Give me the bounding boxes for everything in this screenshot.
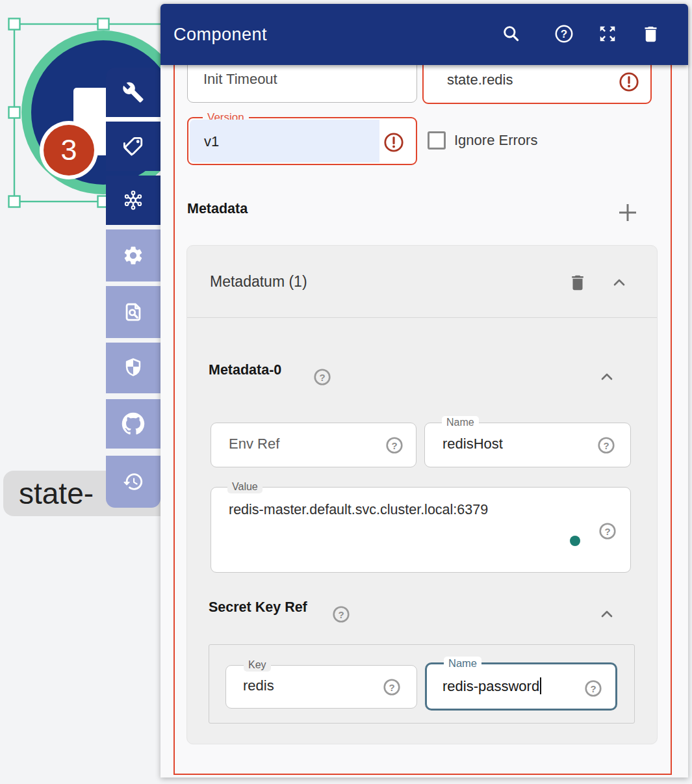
chevron-up-icon: [609, 273, 629, 293]
component-editor-panel: Component ? Init Timeout: [160, 4, 688, 777]
ignore-errors-label: Ignore Errors: [454, 132, 537, 149]
panel-body: Init Timeout state.redis Version v1 Igno…: [160, 4, 688, 777]
chevron-up-icon: [597, 367, 617, 387]
node-toolbar: [106, 68, 160, 508]
toolbar-button-tag[interactable]: [106, 122, 160, 171]
error-icon: [618, 71, 640, 93]
plus-icon: [617, 202, 639, 224]
panel-title: Component: [173, 4, 267, 65]
env-ref-field[interactable]: Env Ref ?: [211, 423, 416, 467]
help-icon[interactable]: ?: [596, 436, 616, 455]
toolbar-button-security[interactable]: [106, 343, 160, 393]
add-metadata-button[interactable]: [614, 199, 641, 226]
svg-text:?: ?: [603, 440, 609, 451]
hub-icon: [122, 189, 145, 212]
svg-text:?: ?: [391, 440, 397, 451]
version-field[interactable]: Version v1: [187, 117, 417, 165]
collapse-secret-key-ref-button[interactable]: [595, 603, 619, 626]
svg-text:?: ?: [561, 28, 567, 40]
svg-text:?: ?: [319, 372, 325, 383]
history-icon: [122, 471, 144, 493]
svg-text:3: 3: [60, 133, 77, 166]
help-icon[interactable]: ?: [382, 677, 402, 697]
panel-header: Component ?: [160, 4, 688, 65]
metadata-heading: Metadata: [187, 201, 248, 217]
resize-handle-dot[interactable]: [570, 536, 580, 546]
secret-key-ref-group: Key redis ? Name redis-password ?: [209, 644, 635, 724]
toolbar-button-history[interactable]: [106, 456, 160, 508]
toolbar-button-hub[interactable]: [106, 176, 160, 225]
svg-text:?: ?: [590, 683, 596, 694]
help-icon[interactable]: ?: [385, 436, 404, 455]
chevron-up-icon: [597, 605, 617, 624]
header-search-button[interactable]: [497, 20, 526, 48]
search-icon: [501, 23, 522, 44]
toolbar-button-settings[interactable]: [106, 229, 160, 281]
svg-text:?: ?: [389, 682, 394, 693]
header-help-button[interactable]: ?: [550, 20, 578, 48]
help-icon[interactable]: ?: [583, 679, 603, 698]
toolbar-button-inspect[interactable]: [106, 286, 160, 338]
shield-icon: [122, 357, 144, 379]
header-delete-button[interactable]: [636, 20, 665, 48]
metadata-name-label: Name: [442, 416, 479, 429]
metadata0-heading: Metadata-0: [209, 362, 281, 378]
trash-icon: [568, 273, 587, 293]
metadatum-title: Metadatum (1): [210, 246, 307, 317]
metadata-value-label: Value: [227, 480, 263, 493]
gear-icon: [122, 244, 144, 267]
expand-icon: [598, 24, 617, 44]
svg-text:?: ?: [338, 609, 344, 620]
secret-key-field[interactable]: Key redis ?: [225, 665, 417, 709]
metadata-value-field[interactable]: Value redis-master.default.svc.cluster.l…: [211, 487, 631, 573]
collapse-metadata0-button[interactable]: [595, 365, 619, 389]
help-icon[interactable]: ?: [598, 521, 617, 541]
header-expand-button[interactable]: [593, 20, 622, 48]
metadata-value-text: redis-master.default.svc.cluster.local:6…: [229, 502, 488, 518]
trash-icon: [641, 24, 661, 44]
help-icon: ?: [553, 23, 575, 45]
secret-name-value: redis-password: [442, 678, 539, 694]
github-icon: [122, 412, 145, 436]
secret-key-ref-heading: Secret Key Ref: [209, 599, 307, 616]
toolbar-button-github[interactable]: [106, 399, 160, 449]
help-icon[interactable]: ?: [331, 605, 351, 624]
ignore-errors-checkbox[interactable]: [428, 131, 446, 150]
wrench-icon: [122, 81, 144, 103]
metadatum-card: Metadatum (1) Metadata-0 ?: [186, 245, 658, 744]
text-cursor: [540, 677, 541, 694]
metadata-name-field[interactable]: Name redisHost ?: [424, 423, 631, 467]
help-icon[interactable]: ?: [313, 367, 332, 387]
delete-metadatum-button[interactable]: [566, 271, 589, 294]
version-value: v1: [204, 118, 219, 165]
secret-key-label: Key: [244, 659, 271, 672]
secret-name-field[interactable]: Name redis-password ?: [425, 662, 617, 711]
error-count-badge: 3: [40, 121, 98, 179]
error-icon: [383, 131, 405, 153]
svg-text:?: ?: [604, 526, 610, 537]
toolbar-button-wrench[interactable]: [106, 68, 160, 117]
document-search-icon: [122, 301, 144, 323]
tag-icon: [122, 135, 144, 157]
metadatum-card-header[interactable]: Metadatum (1): [187, 246, 657, 318]
collapse-metadatum-button[interactable]: [608, 271, 631, 294]
